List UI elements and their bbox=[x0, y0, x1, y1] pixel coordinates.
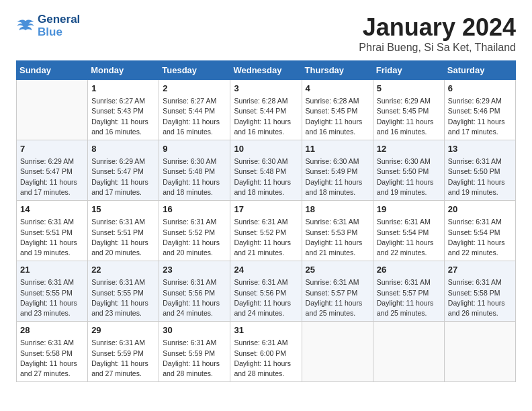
day-number: 8 bbox=[91, 143, 155, 155]
calendar-day-cell: 7Sunrise: 6:29 AMSunset: 5:47 PMDaylight… bbox=[17, 140, 88, 201]
day-detail: Sunrise: 6:31 AMSunset: 5:53 PMDaylight:… bbox=[306, 217, 369, 258]
calendar-day-cell: 3Sunrise: 6:28 AMSunset: 5:44 PMDaylight… bbox=[230, 80, 302, 140]
day-number: 24 bbox=[234, 264, 298, 276]
logo-text-line1: General bbox=[38, 13, 80, 26]
day-detail: Sunrise: 6:31 AMSunset: 5:58 PMDaylight:… bbox=[448, 277, 512, 318]
calendar-day-cell: 18Sunrise: 6:31 AMSunset: 5:53 PMDayligh… bbox=[302, 201, 373, 261]
day-number: 1 bbox=[91, 83, 155, 95]
calendar-day-cell: 4Sunrise: 6:28 AMSunset: 5:45 PMDaylight… bbox=[302, 80, 373, 140]
day-number: 29 bbox=[91, 324, 155, 336]
day-number: 21 bbox=[20, 264, 84, 276]
day-number: 28 bbox=[20, 324, 84, 336]
calendar-body: 1Sunrise: 6:27 AMSunset: 5:43 PMDaylight… bbox=[17, 80, 516, 382]
calendar-day-cell: 26Sunrise: 6:31 AMSunset: 5:57 PMDayligh… bbox=[373, 261, 444, 322]
calendar-day-cell: 5Sunrise: 6:29 AMSunset: 5:45 PMDaylight… bbox=[373, 80, 444, 140]
day-detail: Sunrise: 6:31 AMSunset: 5:57 PMDaylight:… bbox=[306, 277, 369, 318]
calendar-day-cell: 27Sunrise: 6:31 AMSunset: 5:58 PMDayligh… bbox=[444, 261, 515, 322]
day-detail: Sunrise: 6:31 AMSunset: 5:51 PMDaylight:… bbox=[91, 217, 155, 258]
calendar-day-cell: 15Sunrise: 6:31 AMSunset: 5:51 PMDayligh… bbox=[88, 201, 159, 261]
day-number: 31 bbox=[234, 324, 298, 336]
day-detail: Sunrise: 6:31 AMSunset: 5:51 PMDaylight:… bbox=[20, 217, 84, 258]
calendar-day-cell: 14Sunrise: 6:31 AMSunset: 5:51 PMDayligh… bbox=[17, 201, 88, 261]
day-number: 3 bbox=[234, 83, 298, 95]
calendar-day-cell: 30Sunrise: 6:31 AMSunset: 5:59 PMDayligh… bbox=[159, 322, 230, 382]
day-detail: Sunrise: 6:29 AMSunset: 5:46 PMDaylight:… bbox=[448, 96, 512, 137]
logo: General Blue bbox=[16, 13, 80, 38]
weekday-header: Saturday bbox=[444, 61, 515, 80]
title-block: January 2024 Phrai Bueng, Si Sa Ket, Tha… bbox=[359, 13, 516, 54]
day-number: 6 bbox=[448, 83, 512, 95]
day-detail: Sunrise: 6:28 AMSunset: 5:45 PMDaylight:… bbox=[306, 96, 369, 137]
calendar-week-row: 21Sunrise: 6:31 AMSunset: 5:55 PMDayligh… bbox=[17, 261, 516, 322]
day-detail: Sunrise: 6:30 AMSunset: 5:50 PMDaylight:… bbox=[377, 156, 441, 197]
calendar-day-cell: 12Sunrise: 6:30 AMSunset: 5:50 PMDayligh… bbox=[373, 140, 444, 201]
day-number: 27 bbox=[448, 264, 512, 276]
day-detail: Sunrise: 6:31 AMSunset: 5:52 PMDaylight:… bbox=[163, 217, 226, 258]
day-number: 5 bbox=[377, 83, 441, 95]
logo-icon bbox=[16, 19, 35, 34]
calendar-day-cell bbox=[17, 80, 88, 140]
calendar-day-cell: 23Sunrise: 6:31 AMSunset: 5:56 PMDayligh… bbox=[159, 261, 230, 322]
calendar-day-cell: 10Sunrise: 6:30 AMSunset: 5:48 PMDayligh… bbox=[230, 140, 302, 201]
day-detail: Sunrise: 6:31 AMSunset: 5:52 PMDaylight:… bbox=[234, 217, 298, 258]
calendar-week-row: 7Sunrise: 6:29 AMSunset: 5:47 PMDaylight… bbox=[17, 140, 516, 201]
day-detail: Sunrise: 6:28 AMSunset: 5:44 PMDaylight:… bbox=[234, 96, 298, 137]
day-detail: Sunrise: 6:27 AMSunset: 5:44 PMDaylight:… bbox=[163, 96, 226, 137]
weekday-header: Wednesday bbox=[230, 61, 302, 80]
page-header: General Blue January 2024 Phrai Bueng, S… bbox=[16, 13, 516, 54]
day-detail: Sunrise: 6:31 AMSunset: 6:00 PMDaylight:… bbox=[234, 338, 298, 379]
day-detail: Sunrise: 6:31 AMSunset: 5:54 PMDaylight:… bbox=[448, 217, 512, 258]
weekday-header: Friday bbox=[373, 61, 444, 80]
day-number: 4 bbox=[306, 83, 369, 95]
day-number: 9 bbox=[163, 143, 226, 155]
day-number: 22 bbox=[91, 264, 155, 276]
day-detail: Sunrise: 6:29 AMSunset: 5:47 PMDaylight:… bbox=[20, 156, 84, 197]
day-number: 15 bbox=[91, 203, 155, 216]
day-detail: Sunrise: 6:31 AMSunset: 5:54 PMDaylight:… bbox=[377, 217, 441, 258]
calendar-day-cell: 24Sunrise: 6:31 AMSunset: 5:56 PMDayligh… bbox=[230, 261, 302, 322]
day-detail: Sunrise: 6:31 AMSunset: 5:58 PMDaylight:… bbox=[20, 338, 84, 379]
calendar-day-cell bbox=[373, 322, 444, 382]
day-detail: Sunrise: 6:31 AMSunset: 5:55 PMDaylight:… bbox=[91, 277, 155, 318]
day-detail: Sunrise: 6:31 AMSunset: 5:56 PMDaylight:… bbox=[163, 277, 226, 318]
day-number: 26 bbox=[377, 264, 441, 276]
calendar-week-row: 28Sunrise: 6:31 AMSunset: 5:58 PMDayligh… bbox=[17, 322, 516, 382]
day-detail: Sunrise: 6:31 AMSunset: 5:59 PMDaylight:… bbox=[163, 338, 226, 379]
weekday-header: Tuesday bbox=[159, 61, 230, 80]
day-number: 20 bbox=[448, 203, 512, 216]
calendar-day-cell: 8Sunrise: 6:29 AMSunset: 5:47 PMDaylight… bbox=[88, 140, 159, 201]
day-number: 10 bbox=[234, 143, 298, 155]
calendar-day-cell: 22Sunrise: 6:31 AMSunset: 5:55 PMDayligh… bbox=[88, 261, 159, 322]
day-detail: Sunrise: 6:31 AMSunset: 5:55 PMDaylight:… bbox=[20, 277, 84, 318]
calendar-day-cell: 20Sunrise: 6:31 AMSunset: 5:54 PMDayligh… bbox=[444, 201, 515, 261]
day-detail: Sunrise: 6:31 AMSunset: 5:57 PMDaylight:… bbox=[377, 277, 441, 318]
calendar-table: SundayMondayTuesdayWednesdayThursdayFrid… bbox=[16, 60, 516, 382]
calendar-day-cell: 11Sunrise: 6:30 AMSunset: 5:49 PMDayligh… bbox=[302, 140, 373, 201]
day-detail: Sunrise: 6:31 AMSunset: 5:50 PMDaylight:… bbox=[448, 156, 512, 197]
day-number: 12 bbox=[377, 143, 441, 155]
calendar-day-cell: 29Sunrise: 6:31 AMSunset: 5:59 PMDayligh… bbox=[88, 322, 159, 382]
calendar-day-cell: 6Sunrise: 6:29 AMSunset: 5:46 PMDaylight… bbox=[444, 80, 515, 140]
day-number: 7 bbox=[20, 143, 84, 155]
calendar-day-cell: 19Sunrise: 6:31 AMSunset: 5:54 PMDayligh… bbox=[373, 201, 444, 261]
calendar-day-cell: 21Sunrise: 6:31 AMSunset: 5:55 PMDayligh… bbox=[17, 261, 88, 322]
calendar-day-cell: 16Sunrise: 6:31 AMSunset: 5:52 PMDayligh… bbox=[159, 201, 230, 261]
day-number: 25 bbox=[306, 264, 369, 276]
day-detail: Sunrise: 6:29 AMSunset: 5:45 PMDaylight:… bbox=[377, 96, 441, 137]
day-detail: Sunrise: 6:30 AMSunset: 5:48 PMDaylight:… bbox=[234, 156, 298, 197]
day-number: 14 bbox=[20, 203, 84, 216]
day-number: 11 bbox=[306, 143, 369, 155]
day-number: 23 bbox=[163, 264, 226, 276]
calendar-week-row: 14Sunrise: 6:31 AMSunset: 5:51 PMDayligh… bbox=[17, 201, 516, 261]
calendar-day-cell: 28Sunrise: 6:31 AMSunset: 5:58 PMDayligh… bbox=[17, 322, 88, 382]
day-detail: Sunrise: 6:31 AMSunset: 5:59 PMDaylight:… bbox=[91, 338, 155, 379]
day-detail: Sunrise: 6:27 AMSunset: 5:43 PMDaylight:… bbox=[91, 96, 155, 137]
weekday-header: Sunday bbox=[17, 61, 88, 80]
day-number: 30 bbox=[163, 324, 226, 336]
day-number: 18 bbox=[306, 203, 369, 216]
day-number: 13 bbox=[448, 143, 512, 155]
calendar-day-cell: 17Sunrise: 6:31 AMSunset: 5:52 PMDayligh… bbox=[230, 201, 302, 261]
calendar-day-cell: 31Sunrise: 6:31 AMSunset: 6:00 PMDayligh… bbox=[230, 322, 302, 382]
day-number: 17 bbox=[234, 203, 298, 216]
calendar-day-cell: 25Sunrise: 6:31 AMSunset: 5:57 PMDayligh… bbox=[302, 261, 373, 322]
